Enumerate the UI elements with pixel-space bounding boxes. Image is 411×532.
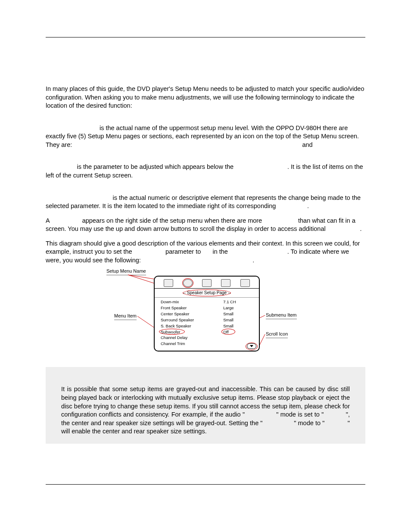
intro-paragraph: In many places of this guide, the DVD pl… <box>46 85 365 110</box>
submenu-item-row: Large <box>223 305 255 311</box>
setup-icon-preference <box>240 279 250 287</box>
submenu-item-row: 7.1 CH <box>223 299 255 305</box>
tv-frame: -- Speaker Setup Page -- Down-mixFront S… <box>154 276 260 352</box>
setup-menu-diagram: Setup Menu Name Menu Item Submenu Item S… <box>106 271 305 357</box>
menu-item-row: Surround Speaker <box>161 317 219 323</box>
para-scroll-icon: A Scroll Icon appears on the right side … <box>46 217 365 233</box>
menu-item-row: Channel Trim <box>161 341 219 347</box>
setup-icon-video <box>221 279 230 287</box>
para-setup-menu-name: Setup Menu Name is the actual name of th… <box>46 124 365 149</box>
menu-item-row: Channel Delay <box>161 335 219 341</box>
scroll-down-icon <box>247 343 256 349</box>
para-diagram-intro: This diagram should give a good descript… <box>46 240 365 265</box>
top-rule <box>46 37 365 37</box>
submenu-item-row <box>223 335 255 341</box>
icon-row <box>155 277 259 289</box>
para-menu-item: Menu Item is the parameter to be adjuste… <box>46 163 365 180</box>
menu-item-row: Front Speaker <box>161 305 219 311</box>
para-submenu-item: Submenu / Setting Item is the actual num… <box>46 194 365 211</box>
submenu-item-row: Small <box>223 311 255 317</box>
submenu-item-row: Small <box>223 317 255 323</box>
note-box: It is possible that some setup items are… <box>46 367 365 443</box>
label-submenu-item: Submenu Item <box>266 312 297 319</box>
label-scroll-icon: Scroll Icon <box>266 331 288 338</box>
bottom-rule <box>46 484 365 485</box>
setup-icon-audio <box>202 279 212 287</box>
label-setup-menu-name: Setup Menu Name <box>106 268 146 275</box>
setup-icon-general <box>164 279 173 287</box>
menu-item-row: Subwoofer <box>161 329 219 335</box>
submenu-item-row: Small <box>223 323 255 329</box>
setup-icon-speaker <box>183 279 193 287</box>
menu-item-row: Down-mix <box>161 299 219 305</box>
note-heading <box>61 373 350 381</box>
menu-item-row: S. Back Speaker <box>161 323 219 329</box>
submenu-item-row: Off <box>223 329 255 335</box>
label-menu-item: Menu Item <box>114 313 137 320</box>
diagram-list-area: Down-mixFront SpeakerCenter SpeakerSurro… <box>155 298 259 349</box>
diagram-title-bar: -- Speaker Setup Page -- <box>155 289 259 298</box>
note-body: It is possible that some setup items are… <box>61 385 350 436</box>
menu-item-row: Center Speaker <box>161 311 219 317</box>
